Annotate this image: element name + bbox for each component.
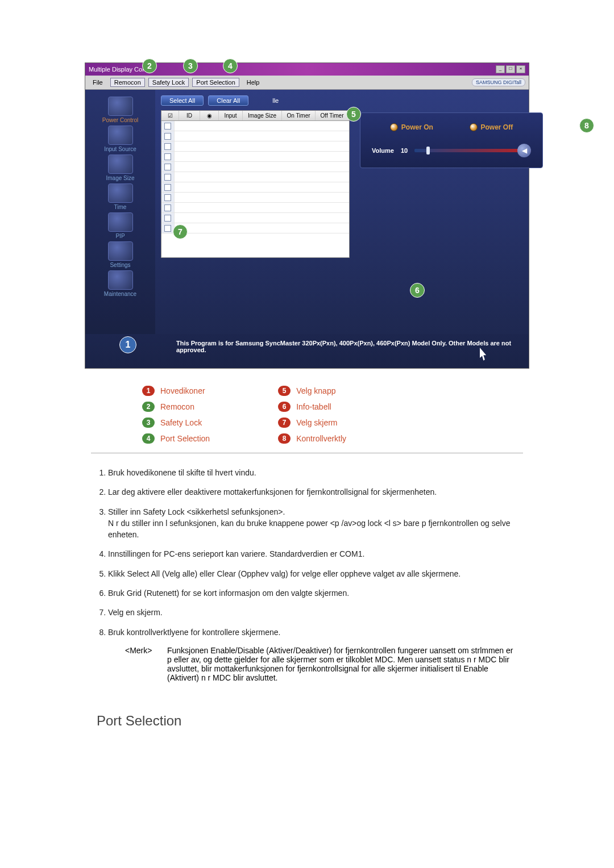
legend-col-right: 5Velg knapp 6Info-tabell 7Velg skjerm 8K… (278, 386, 346, 444)
menubar: File Remocon Safety Lock Port Selection … (85, 76, 529, 90)
legend: 1Hovedikoner 2Remocon 3Safety Lock 4Port… (142, 386, 506, 444)
sidebar-time[interactable]: Time (95, 183, 146, 210)
volume-value: 10 (401, 147, 408, 154)
clear-all-button[interactable]: Clear All (208, 95, 248, 106)
col-off-timer[interactable]: Off Timer (316, 111, 349, 120)
menu-help[interactable]: Help (243, 78, 264, 87)
col-status-icon[interactable]: ◉ (200, 111, 219, 120)
callout-3: 3 (183, 59, 198, 73)
list-item: Bruk Grid (Rutenett) for se kort informa… (108, 587, 517, 599)
grid-header: ☑ ID ◉ Input Image Size On Timer Off Tim… (161, 111, 349, 121)
table-row[interactable] (161, 162, 349, 172)
legend-row: 6Info-tabell (278, 402, 346, 412)
note-text: Funksjonen Enable/Disable (Aktiver/Deakt… (167, 646, 517, 682)
app-body: Power Control Input Source Image Size Ti… (85, 90, 529, 334)
legend-label: Hovedikoner (160, 386, 205, 395)
info-grid: ☑ ID ◉ Input Image Size On Timer Off Tim… (161, 110, 350, 258)
control-panel: Power On Power Off Volume 10 ◀ (360, 112, 543, 168)
speaker-icon[interactable]: ◀ (517, 144, 531, 157)
note-box: <Merk> Funksjonen Enable/Disable (Aktive… (125, 646, 517, 682)
close-button[interactable]: × (516, 65, 525, 73)
callout-7: 7 (173, 224, 188, 239)
maximize-button[interactable]: □ (506, 65, 515, 73)
legend-row: 1Hovedikoner (142, 386, 210, 396)
menu-safety-lock[interactable]: Safety Lock (148, 78, 189, 87)
callout-5: 5 (346, 107, 361, 122)
image-size-icon (108, 155, 133, 174)
legend-col-left: 1Hovedikoner 2Remocon 3Safety Lock 4Port… (142, 386, 210, 444)
legend-row: 4Port Selection (142, 433, 210, 444)
settings-icon (108, 241, 133, 261)
sidebar-input-source[interactable]: Input Source (95, 126, 146, 152)
window-buttons: _ □ × (496, 65, 525, 73)
list-item: Velg en skjerm. (108, 607, 517, 618)
col-input[interactable]: Input (219, 111, 243, 120)
legend-label: Velg skjerm (296, 418, 337, 427)
list-item: Bruk kontrollverktlyene for kontrollere … (108, 627, 517, 638)
legend-row: 7Velg skjerm (278, 418, 346, 428)
legend-label: Kontrollverktly (296, 434, 346, 443)
time-icon (108, 183, 133, 203)
legend-row: 2Remocon (142, 402, 210, 412)
list-item: Bruk hovedikonene til skifte til hvert v… (108, 467, 517, 478)
legend-label: Velg knapp (296, 386, 335, 395)
power-off-label: Power Off (481, 123, 513, 131)
legend-row: 5Velg knapp (278, 386, 346, 396)
sidebar-pip[interactable]: PIP (95, 212, 146, 239)
col-id[interactable]: ID (179, 111, 200, 120)
select-all-button[interactable]: Select All (161, 95, 204, 106)
table-row[interactable] (161, 213, 349, 223)
power-off-radio[interactable]: Power Off (470, 123, 513, 131)
sidebar-maintenance[interactable]: Maintenance (95, 270, 146, 297)
table-row[interactable] (161, 152, 349, 162)
table-row[interactable] (161, 121, 349, 131)
list-item: Stiller inn Safety Lock <sikkerhetsl sef… (108, 506, 517, 541)
power-on-label: Power On (401, 123, 433, 131)
legend-label: Safety Lock (160, 418, 202, 427)
table-row[interactable] (161, 172, 349, 182)
power-radio-row: Power On Power Off (372, 123, 531, 131)
table-row[interactable] (161, 193, 349, 203)
table-row[interactable] (161, 223, 349, 233)
instruction-list: Bruk hovedikonene til skifte til hvert v… (45, 467, 569, 638)
footer-text: This Program is for Samsung SyncMaster 3… (176, 340, 511, 353)
col-checkbox[interactable]: ☑ (161, 111, 179, 120)
list-item: Lar deg aktivere eller deaktivere mottak… (108, 486, 517, 498)
sidebar-power-control[interactable]: Power Control (95, 97, 146, 123)
app-screenshot: 2 3 4 Multiple Display Control _ □ × Fil… (85, 62, 529, 369)
callout-6: 6 (410, 283, 425, 298)
section-heading: Port Selection (97, 713, 569, 729)
footer-note: 1 This Program is for Samsung SyncMaster… (85, 334, 529, 368)
volume-row: Volume 10 (372, 147, 531, 154)
cursor-icon (480, 348, 495, 365)
list-item: Innstillingen for PC-ens serieport kan v… (108, 548, 517, 560)
table-row[interactable] (161, 141, 349, 152)
main-area: 5 8 Select All Clear All lle ☑ ID ◉ Inpu… (155, 90, 529, 334)
power-on-radio[interactable]: Power On (390, 123, 433, 131)
legend-label: Port Selection (160, 434, 210, 443)
col-on-timer[interactable]: On Timer (282, 111, 316, 120)
pip-icon (108, 212, 133, 232)
callout-2: 2 (142, 59, 157, 73)
table-row[interactable] (161, 203, 349, 213)
input-source-icon (108, 126, 133, 145)
legend-label: Info-tabell (296, 402, 331, 411)
menu-remocon[interactable]: Remocon (110, 78, 145, 87)
legend-row: 3Safety Lock (142, 418, 210, 428)
col-image-size[interactable]: Image Size (243, 111, 282, 120)
callout-4: 4 (223, 59, 238, 73)
sidebar-image-size[interactable]: Image Size (95, 155, 146, 181)
divider (91, 453, 523, 453)
sidebar-settings[interactable]: Settings (95, 241, 146, 268)
title-suffix: lle (272, 97, 279, 104)
power-control-icon (108, 97, 133, 116)
menu-file[interactable]: File (89, 78, 107, 87)
callout-1: 1 (119, 336, 136, 353)
table-row[interactable] (161, 182, 349, 193)
toolbar-row: Select All Clear All lle (161, 95, 523, 106)
volume-slider[interactable] (414, 149, 531, 152)
maintenance-icon (108, 270, 133, 290)
menu-port-selection[interactable]: Port Selection (192, 78, 239, 87)
table-row[interactable] (161, 131, 349, 141)
minimize-button[interactable]: _ (496, 65, 505, 73)
